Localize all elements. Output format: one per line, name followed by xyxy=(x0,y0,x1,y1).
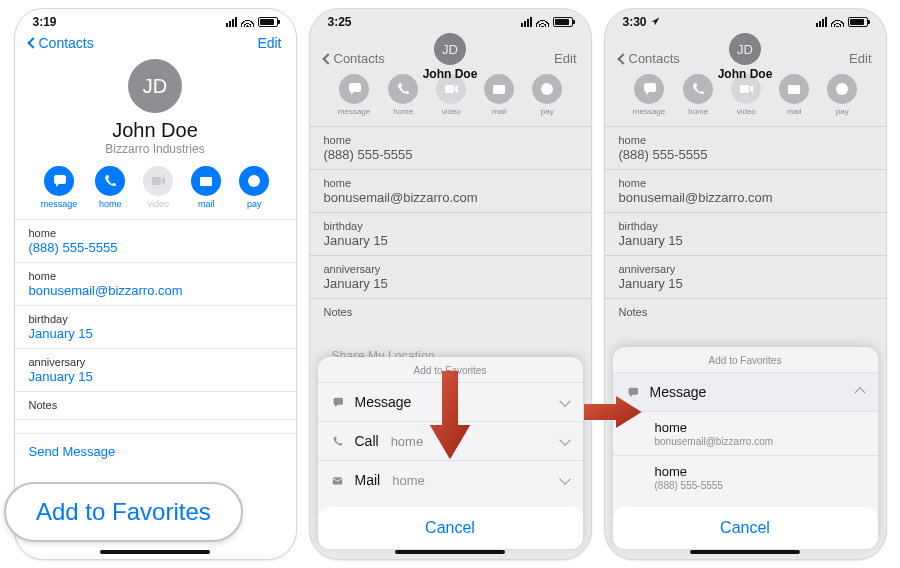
screen-3-message-expanded: 3:30 JD John Doe Contacts Edit message h… xyxy=(604,8,887,560)
field-email: homebonusemail@bizzarro.com xyxy=(310,169,591,212)
chevron-left-icon xyxy=(617,53,628,64)
contact-name: John Doe xyxy=(605,67,886,81)
screen-2-favorites-sheet: 3:25 JD John Doe Contacts Edit message h… xyxy=(309,8,592,560)
screen-1-contact-card: 3:19 Contacts Edit JD John Doe Bizzarro … xyxy=(14,8,297,560)
chevron-left-icon xyxy=(27,37,38,48)
cellular-icon xyxy=(816,17,827,27)
avatar: JD xyxy=(128,59,182,113)
home-indicator[interactable] xyxy=(100,550,210,554)
phone-icon xyxy=(332,436,343,447)
location-icon xyxy=(650,16,660,26)
edit-button[interactable]: Edit xyxy=(257,35,281,51)
callout-add-to-favorites: Add to Favorites xyxy=(4,482,243,542)
phone-icon xyxy=(691,82,705,96)
field-birthday[interactable]: birthdayJanuary 15 xyxy=(15,305,296,348)
option-message-expanded[interactable]: Message xyxy=(613,372,878,411)
battery-icon xyxy=(553,17,573,27)
clock: 3:30 xyxy=(623,15,660,29)
wifi-icon xyxy=(536,17,549,27)
tutorial-arrow-right-icon xyxy=(584,388,644,438)
pay-icon xyxy=(540,82,554,96)
chevron-down-icon xyxy=(559,435,570,446)
option-message-phone[interactable]: home (888) 555-5555 xyxy=(613,455,878,499)
field-email[interactable]: homebonusemail@bizzarro.com xyxy=(15,262,296,305)
message-icon xyxy=(332,397,343,408)
cellular-icon xyxy=(226,17,237,27)
field-notes: Notes xyxy=(310,298,591,325)
back-button[interactable]: Contacts xyxy=(29,35,94,51)
field-anniversary[interactable]: anniversaryJanuary 15 xyxy=(15,348,296,391)
sheet-title: Add to Favorites xyxy=(613,347,878,372)
send-message-link[interactable]: Send Message xyxy=(15,433,296,469)
wifi-icon xyxy=(831,17,844,27)
contact-company: Bizzarro Industries xyxy=(15,142,296,156)
favorites-action-sheet: Add to Favorites Message home bonusemail… xyxy=(613,347,878,549)
edit-button[interactable]: Edit xyxy=(849,51,871,66)
back-button[interactable]: Contacts xyxy=(324,51,385,66)
pay-icon xyxy=(835,82,849,96)
clock: 3:25 xyxy=(328,15,352,29)
field-notes: Notes xyxy=(605,298,886,325)
mail-icon xyxy=(199,174,213,188)
contact-name: John Doe xyxy=(310,67,591,81)
field-email: homebonusemail@bizzarro.com xyxy=(605,169,886,212)
pay-icon xyxy=(247,174,261,188)
home-indicator[interactable] xyxy=(690,550,800,554)
video-icon xyxy=(444,82,458,96)
video-icon xyxy=(151,174,165,188)
battery-icon xyxy=(258,17,278,27)
back-button[interactable]: Contacts xyxy=(619,51,680,66)
status-bar: 3:25 xyxy=(310,9,591,29)
field-anniversary: anniversaryJanuary 15 xyxy=(605,255,886,298)
chevron-left-icon xyxy=(322,53,333,64)
home-indicator[interactable] xyxy=(395,550,505,554)
status-bar: 3:30 xyxy=(605,9,886,29)
edit-button[interactable]: Edit xyxy=(554,51,576,66)
mail-icon xyxy=(332,475,343,486)
status-bar: 3:19 xyxy=(15,9,296,29)
message-icon xyxy=(347,82,361,96)
phone-icon xyxy=(103,174,117,188)
action-call[interactable]: home xyxy=(95,166,125,209)
wifi-icon xyxy=(241,17,254,27)
field-phone: home(888) 555-5555 xyxy=(605,126,886,169)
battery-icon xyxy=(848,17,868,27)
action-message[interactable]: message xyxy=(41,166,78,209)
chevron-down-icon xyxy=(559,474,570,485)
field-anniversary: anniversaryJanuary 15 xyxy=(310,255,591,298)
field-phone[interactable]: home(888) 555-5555 xyxy=(15,219,296,262)
action-pay[interactable]: pay xyxy=(239,166,269,209)
message-icon xyxy=(52,174,66,188)
field-phone: home(888) 555-5555 xyxy=(310,126,591,169)
cancel-button[interactable]: Cancel xyxy=(318,507,583,549)
mail-icon xyxy=(787,82,801,96)
clock: 3:19 xyxy=(33,15,57,29)
tutorial-arrow-down-icon xyxy=(418,371,482,461)
contact-name: John Doe xyxy=(15,119,296,142)
field-birthday: birthdayJanuary 15 xyxy=(605,212,886,255)
nav-bar: Contacts Edit xyxy=(15,29,296,55)
phone-icon xyxy=(396,82,410,96)
mail-icon xyxy=(492,82,506,96)
video-icon xyxy=(739,82,753,96)
chevron-up-icon xyxy=(854,387,865,398)
option-message-email[interactable]: home bonusemail@bizzarro.com xyxy=(613,411,878,455)
chevron-down-icon xyxy=(559,396,570,407)
cancel-button[interactable]: Cancel xyxy=(613,507,878,549)
option-mail[interactable]: Mail home xyxy=(318,460,583,499)
cellular-icon xyxy=(521,17,532,27)
message-icon xyxy=(642,82,656,96)
action-video: video xyxy=(143,166,173,209)
field-notes[interactable]: Notes xyxy=(15,391,296,419)
field-birthday: birthdayJanuary 15 xyxy=(310,212,591,255)
action-row: message home video mail pay xyxy=(15,166,296,209)
action-mail[interactable]: mail xyxy=(191,166,221,209)
